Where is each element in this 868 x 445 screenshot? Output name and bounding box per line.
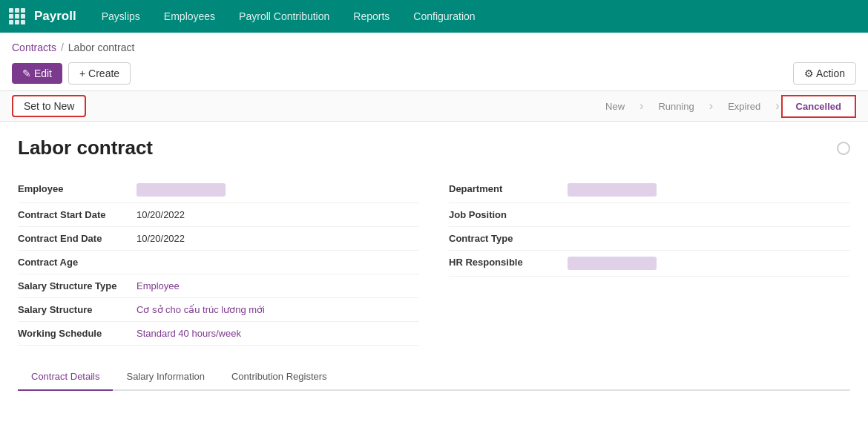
tab-salary-information[interactable]: Salary Information xyxy=(113,363,218,391)
label-contract-end: Contract End Date xyxy=(18,233,137,244)
form-row-contract-age: Contract Age xyxy=(18,251,419,274)
arrow-3: › xyxy=(775,99,779,113)
app-name: Payroll xyxy=(34,9,76,24)
breadcrumb: Contracts / Labor contract xyxy=(0,33,868,59)
value-hr-responsible xyxy=(568,257,657,270)
label-contract-age: Contract Age xyxy=(18,257,137,268)
tab-contract-details[interactable]: Contract Details xyxy=(18,363,113,391)
form-row-hr-responsible: HR Responsible xyxy=(449,251,850,277)
toolbar: ✎ Edit + Create ⚙ Action xyxy=(0,59,868,90)
value-salary-structure[interactable]: Cơ sở cho cấu trúc lương mới xyxy=(137,304,265,315)
breadcrumb-parent[interactable]: Contracts xyxy=(12,42,56,53)
form-row-contract-start: Contract Start Date 10/20/2022 xyxy=(18,203,419,227)
label-job-position: Job Position xyxy=(449,209,568,220)
action-button[interactable]: ⚙ Action xyxy=(793,62,856,85)
breadcrumb-separator: / xyxy=(61,42,64,53)
status-circle-icon xyxy=(837,142,850,155)
status-bar: Set to New New › Running › Expired › Can… xyxy=(0,90,868,122)
value-department xyxy=(568,183,657,197)
arrow-1: › xyxy=(640,99,643,113)
form-right-column: Department Job Position Contract Type HR… xyxy=(449,177,850,346)
status-step-new: New xyxy=(592,96,638,116)
form-row-employee: Employee xyxy=(18,177,419,203)
form-row-working-schedule: Working Schedule Standard 40 hours/week xyxy=(18,322,419,346)
form-row-contract-type: Contract Type xyxy=(449,227,850,251)
value-salary-structure-type[interactable]: Employee xyxy=(137,280,180,291)
breadcrumb-current: Labor contract xyxy=(68,42,135,53)
status-step-running: Running xyxy=(645,96,707,116)
form-row-department: Department xyxy=(449,177,850,203)
nav-configuration[interactable]: Configuration xyxy=(403,0,485,33)
label-working-schedule: Working Schedule xyxy=(18,328,137,339)
top-navigation: Payroll Payslips Employees Payroll Contr… xyxy=(0,0,868,33)
arrow-2: › xyxy=(709,99,713,113)
value-contract-start: 10/20/2022 xyxy=(137,209,185,220)
nav-payslips[interactable]: Payslips xyxy=(91,0,151,33)
nav-employees[interactable]: Employees xyxy=(154,0,226,33)
value-employee xyxy=(137,183,226,197)
tab-contribution-registers[interactable]: Contribution Registers xyxy=(218,363,341,391)
label-salary-structure: Salary Structure xyxy=(18,304,137,315)
nav-reports[interactable]: Reports xyxy=(343,0,400,33)
label-department: Department xyxy=(449,183,568,194)
status-step-cancelled[interactable]: Cancelled xyxy=(781,95,856,118)
status-step-expired: Expired xyxy=(714,96,774,116)
form-grid: Employee Contract Start Date 10/20/2022 … xyxy=(18,177,850,346)
form-left-column: Employee Contract Start Date 10/20/2022 … xyxy=(18,177,419,346)
status-steps: New › Running › Expired › Cancelled xyxy=(592,95,856,118)
contract-title-row: Labor contract xyxy=(18,136,850,159)
nav-payroll-contribution[interactable]: Payroll Contribution xyxy=(228,0,340,33)
set-to-new-button[interactable]: Set to New xyxy=(12,95,86,117)
form-row-job-position: Job Position xyxy=(449,203,850,227)
value-contract-end: 10/20/2022 xyxy=(137,233,185,244)
form-row-salary-structure: Salary Structure Cơ sở cho cấu trúc lươn… xyxy=(18,298,419,322)
label-employee: Employee xyxy=(18,183,137,194)
contract-title: Labor contract xyxy=(18,136,153,159)
edit-button[interactable]: ✎ Edit xyxy=(12,63,62,84)
label-salary-structure-type: Salary Structure Type xyxy=(18,280,137,291)
form-row-contract-end: Contract End Date 10/20/2022 xyxy=(18,227,419,251)
create-button[interactable]: + Create xyxy=(68,62,131,85)
tabs: Contract Details Salary Information Cont… xyxy=(18,363,850,391)
app-grid-icon[interactable] xyxy=(9,8,25,24)
label-hr-responsible: HR Responsible xyxy=(449,257,568,268)
value-working-schedule[interactable]: Standard 40 hours/week xyxy=(137,328,241,339)
form-row-salary-structure-type: Salary Structure Type Employee xyxy=(18,274,419,298)
label-contract-start: Contract Start Date xyxy=(18,209,137,220)
main-content: Labor contract Employee Contract Start D… xyxy=(0,122,868,403)
label-contract-type: Contract Type xyxy=(449,233,568,244)
